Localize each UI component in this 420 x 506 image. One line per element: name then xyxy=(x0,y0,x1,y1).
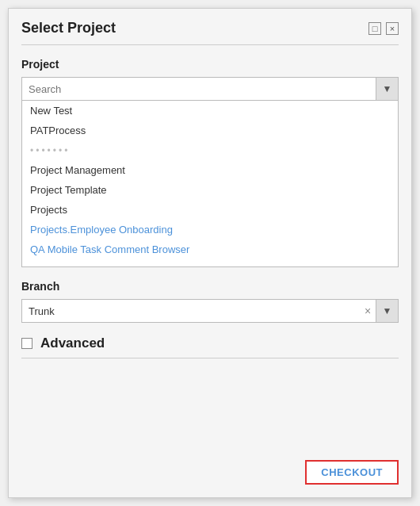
branch-section-label: Branch xyxy=(21,280,399,293)
project-section-label: Project xyxy=(21,58,399,71)
advanced-checkbox[interactable] xyxy=(21,338,32,349)
list-item[interactable]: Project Template xyxy=(22,180,398,200)
search-dropdown-button[interactable]: ▼ xyxy=(376,78,398,100)
close-button[interactable]: × xyxy=(386,22,399,35)
branch-clear-button[interactable]: × xyxy=(360,300,376,322)
minimize-button[interactable]: □ xyxy=(368,22,381,35)
dialog-title: Select Project xyxy=(21,20,116,36)
select-project-dialog: Select Project □ × Project ▼ New Test PA… xyxy=(8,8,412,498)
title-bar: Select Project □ × xyxy=(9,9,411,44)
branch-input-container: Trunk × ▼ xyxy=(21,299,399,323)
list-item[interactable]: PATProcess xyxy=(22,121,398,140)
branch-dropdown-button[interactable]: ▼ xyxy=(376,300,398,322)
list-item-link[interactable]: Projects.Employee Onboarding xyxy=(22,220,398,240)
checkout-button[interactable]: CHECKOUT xyxy=(305,460,399,485)
list-item-blurred[interactable]: ••••••• xyxy=(22,140,398,160)
advanced-section: Advanced xyxy=(21,335,399,358)
list-item[interactable]: Project Management xyxy=(22,160,398,180)
list-item[interactable]: New Test xyxy=(22,101,398,121)
title-controls: □ × xyxy=(368,22,399,35)
branch-section: Branch Trunk × ▼ xyxy=(21,280,399,323)
footer: CHECKOUT xyxy=(9,454,411,497)
list-item[interactable]: Projects xyxy=(22,200,398,220)
search-input[interactable] xyxy=(22,79,376,100)
advanced-label: Advanced xyxy=(40,335,105,351)
branch-value: Trunk xyxy=(22,301,360,322)
project-list[interactable]: New Test PATProcess ••••••• Project Mana… xyxy=(21,101,399,267)
content-area: Project ▼ New Test PATProcess ••••••• Pr… xyxy=(9,45,411,454)
list-item-link[interactable]: QA Mobile Task Comment Browser xyxy=(22,240,398,259)
search-container: ▼ xyxy=(21,77,399,101)
